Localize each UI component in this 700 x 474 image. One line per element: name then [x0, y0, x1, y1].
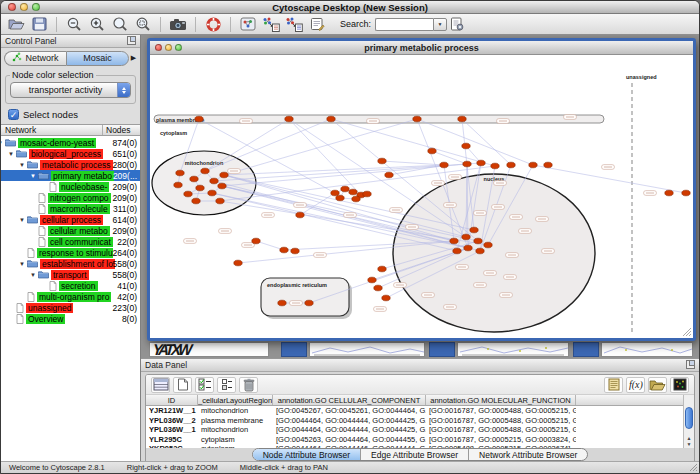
network-node[interactable] — [474, 238, 482, 244]
search-input[interactable] — [375, 18, 433, 31]
network-node[interactable] — [413, 116, 421, 122]
network-node[interactable] — [176, 170, 184, 176]
network-node[interactable] — [331, 190, 339, 196]
table-column-header[interactable]: annotation.GO CELLULAR_COMPONENT — [273, 395, 426, 405]
table-row[interactable]: YPL036W__1mitochondrion[GO:0044464, GO:0… — [146, 425, 694, 435]
nodes-column-header[interactable]: Nodes — [103, 125, 140, 135]
table-column-header[interactable]: annotation.GO MOLECULAR_FUNCTION — [426, 395, 576, 405]
network-node[interactable] — [453, 248, 461, 254]
network-node[interactable] — [374, 285, 382, 291]
table-row[interactable]: YKR052Ccytoplasm[GO:0044464, GO:0044446,… — [146, 444, 694, 448]
network-node[interactable] — [285, 116, 293, 122]
network-node[interactable] — [507, 162, 515, 168]
tree-row[interactable]: cell communicat22(0) — [1, 236, 140, 247]
background-window-fragment[interactable] — [457, 342, 569, 357]
tree-row[interactable]: nitrogen compo209(0) — [1, 192, 140, 203]
background-window-fragment[interactable]: YATXW — [149, 342, 269, 357]
network-node[interactable] — [327, 116, 335, 122]
network-node[interactable] — [352, 196, 360, 202]
network-view-titlebar[interactable]: primary metabolic process — [150, 41, 693, 55]
network-node[interactable] — [196, 185, 204, 191]
zoom-selected-region-icon[interactable] — [133, 16, 153, 33]
tab-network-attribute-browser[interactable]: Network Attribute Browser — [469, 449, 587, 460]
attribute-editor-icon[interactable] — [604, 377, 623, 393]
network-node[interactable] — [201, 168, 209, 174]
tree-row[interactable]: macromolecule311(0) — [1, 203, 140, 214]
column-layout-icon[interactable] — [151, 377, 170, 393]
network-node[interactable] — [428, 148, 436, 154]
network-node[interactable] — [192, 198, 200, 204]
tree-row[interactable]: cellular metabo209(0) — [1, 225, 140, 236]
network-node[interactable] — [476, 248, 484, 254]
resize-grip-icon[interactable] — [688, 462, 698, 472]
tree-row[interactable]: ▼establishment of lo558(0) — [1, 258, 140, 269]
background-window-fragment[interactable] — [281, 342, 307, 357]
search-dropdown-button[interactable]: ▼ — [433, 18, 447, 31]
network-node[interactable] — [477, 160, 485, 166]
network-node[interactable] — [458, 116, 466, 122]
select-attributes-icon[interactable] — [195, 377, 214, 393]
annotation-editor-icon[interactable] — [307, 16, 327, 33]
network-node[interactable] — [378, 158, 386, 164]
background-window-fragment[interactable] — [601, 342, 693, 357]
table-column-header[interactable]: _cellularLayoutRegion — [198, 395, 273, 405]
background-window-fragment[interactable] — [573, 342, 599, 357]
snapshot-camera-icon[interactable] — [168, 16, 188, 33]
network-node[interactable] — [462, 234, 470, 240]
tab-network[interactable]: Network — [4, 51, 66, 66]
tree-row[interactable]: Overview8(0) — [1, 313, 140, 324]
expand-triangle-icon[interactable]: ▼ — [17, 261, 27, 267]
network-node[interactable] — [682, 190, 690, 196]
save-session-icon[interactable] — [29, 16, 49, 33]
tree-row[interactable]: nucleobase-209(0) — [1, 181, 140, 192]
open-session-icon[interactable] — [6, 16, 26, 33]
table-row[interactable]: YLR295Ccytoplasm[GO:0045263, GO:0044464,… — [146, 435, 694, 445]
network-node[interactable] — [291, 248, 299, 254]
search-config-icon[interactable] — [447, 16, 467, 33]
network-overview-icon[interactable] — [238, 16, 258, 33]
tab-overflow-arrow-icon[interactable]: ▶ — [129, 54, 138, 62]
network-node[interactable] — [190, 176, 198, 182]
network-node[interactable] — [470, 227, 478, 233]
network-canvas[interactable]: plasma membranecytoplasmmitochondrionnuc… — [150, 55, 693, 338]
network-node[interactable] — [464, 245, 472, 251]
table-row[interactable]: YJR121W__1mitochondrion[GO:0045267, GO:0… — [146, 406, 694, 416]
network-view-window[interactable]: primary metabolic process plasma membran… — [147, 38, 696, 341]
network-node[interactable] — [220, 172, 228, 178]
network-node[interactable] — [234, 260, 242, 266]
tree-row[interactable]: unassigned223(0) — [1, 302, 140, 313]
window-titlebar[interactable]: Cytoscape Desktop (New Session) — [1, 1, 699, 14]
network-node[interactable] — [336, 195, 344, 201]
network-node[interactable] — [341, 186, 349, 192]
tab-edge-attribute-browser[interactable]: Edge Attribute Browser — [361, 449, 469, 460]
tree-row[interactable]: ▼transport558(0) — [1, 269, 140, 280]
network-node[interactable] — [184, 191, 192, 197]
scrollbar-arrows[interactable]: ▲▼ — [684, 435, 694, 447]
expand-triangle-icon[interactable]: ▼ — [28, 173, 38, 179]
network-node[interactable] — [216, 198, 224, 204]
network-node[interactable] — [280, 247, 288, 253]
network-node[interactable] — [218, 183, 226, 189]
zoom-out-icon[interactable] — [64, 16, 84, 33]
network-node[interactable] — [363, 191, 371, 197]
expand-triangle-icon[interactable]: ▼ — [28, 272, 38, 278]
network-node[interactable] — [368, 277, 376, 283]
delete-attribute-icon[interactable] — [239, 377, 258, 393]
network-node[interactable] — [210, 178, 218, 184]
network-node[interactable] — [195, 116, 203, 122]
expand-triangle-icon[interactable]: ▼ — [6, 151, 16, 157]
network-node[interactable] — [462, 143, 470, 149]
network-node[interactable] — [252, 238, 260, 244]
network-node[interactable] — [450, 238, 458, 244]
table-scrollbar[interactable]: ▲▼ — [683, 395, 694, 448]
network-node[interactable] — [665, 190, 673, 196]
expand-triangle-icon[interactable]: ▼ — [17, 217, 27, 223]
network-node[interactable] — [529, 162, 537, 168]
select-nodes-checkbox[interactable]: ✓ — [8, 109, 19, 120]
function-builder-icon[interactable]: f(x) — [626, 377, 645, 393]
float-icon[interactable] — [686, 360, 695, 371]
network-node[interactable] — [208, 190, 216, 196]
network-node[interactable] — [382, 295, 390, 301]
network-node[interactable] — [463, 161, 471, 167]
zoom-fit-icon[interactable] — [110, 16, 130, 33]
